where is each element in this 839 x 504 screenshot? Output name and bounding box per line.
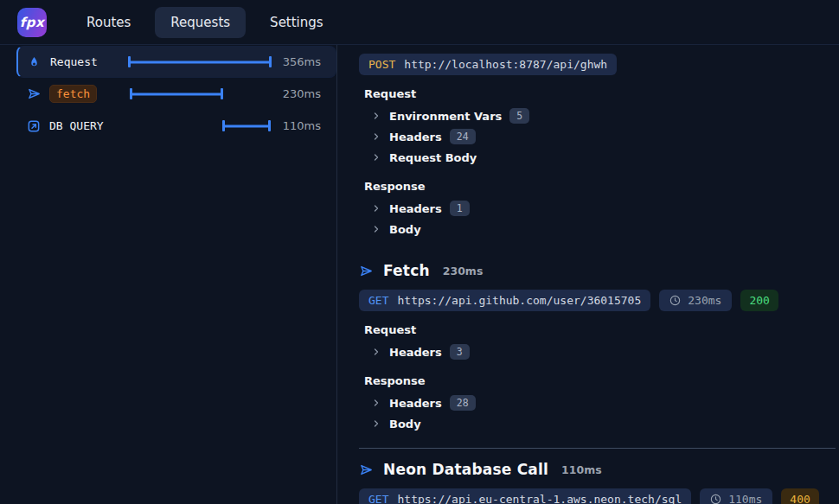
- collapse-item-body[interactable]: Body: [359, 413, 839, 434]
- collapse-item-label: Headers: [389, 397, 442, 410]
- timeline-row-duration: 230ms: [281, 87, 321, 100]
- nav-item-requests[interactable]: Requests: [155, 7, 246, 38]
- nav-item-settings[interactable]: Settings: [254, 7, 339, 38]
- timeline-track: [124, 88, 272, 100]
- chevron-right-icon: [371, 111, 381, 121]
- collapse-item-request-body[interactable]: Request Body: [359, 147, 839, 168]
- collapse-item-label: Headers: [389, 346, 442, 359]
- waterfall-bar: [131, 93, 223, 95]
- request-url: https://api.eu-central-1.aws.neon.tech/s…: [397, 493, 682, 504]
- send-icon: [359, 264, 374, 278]
- send-icon: [359, 463, 374, 477]
- timeline-row-duration: 110ms: [281, 119, 321, 132]
- request-section-title: Request: [364, 87, 839, 100]
- neon-span-header: Neon Database Call 110ms: [359, 461, 839, 478]
- response-section-title: Response: [364, 374, 839, 387]
- timeline-row-label: DB QUERY: [49, 119, 124, 132]
- count-badge: 3: [450, 344, 470, 360]
- count-badge: 24: [450, 129, 476, 144]
- span-duration: 230ms: [443, 265, 484, 278]
- section-divider: [359, 448, 836, 449]
- timeline-row-duration: 356ms: [281, 55, 321, 68]
- database-icon: [27, 118, 42, 133]
- count-badge: 1: [450, 201, 470, 216]
- chevron-right-icon: [371, 347, 381, 357]
- send-icon: [27, 86, 42, 101]
- timeline-row-label: Request: [50, 55, 125, 68]
- latency-value: 230ms: [688, 294, 721, 307]
- collapse-item-headers[interactable]: Headers 1: [359, 198, 839, 219]
- request-url: http://localhost:8787/api/ghwh: [404, 58, 607, 71]
- fetch-url-row: GET https://api.github.com/user/36015705…: [359, 290, 839, 311]
- timeline-panel: Request 356ms fetch 230ms: [0, 45, 337, 504]
- count-badge: 28: [450, 395, 476, 411]
- nav-item-routes[interactable]: Routes: [71, 7, 146, 38]
- waterfall-bar: [223, 124, 269, 127]
- chevron-right-icon: [371, 224, 381, 234]
- status-badge: 400: [781, 488, 818, 504]
- waterfall-bar: [129, 61, 271, 63]
- chevron-right-icon: [371, 398, 381, 408]
- fetch-code-badge: fetch: [49, 85, 97, 104]
- latency-pill: 110ms: [700, 488, 772, 504]
- latency-pill: 230ms: [659, 290, 732, 311]
- response-section-title: Response: [364, 180, 839, 193]
- fetch-url-pill: GET https://api.github.com/user/36015705: [359, 290, 650, 311]
- timeline-track: [124, 120, 272, 132]
- timeline-track: [125, 56, 272, 68]
- collapse-item-environment-vars[interactable]: Environment Vars 5: [359, 105, 839, 126]
- chevron-right-icon: [371, 418, 381, 429]
- collapse-item-label: Request Body: [389, 151, 477, 164]
- span-title: Neon Database Call: [383, 461, 548, 478]
- http-method: GET: [368, 294, 388, 307]
- collapse-item-label: Environment Vars: [389, 110, 502, 123]
- navbar: fpx Routes Requests Settings: [0, 0, 839, 45]
- status-badge: 200: [740, 290, 778, 311]
- root-request-url-pill: POST http://localhost:8787/api/ghwh: [359, 54, 617, 75]
- clock-icon: [669, 295, 681, 306]
- collapse-item-headers[interactable]: Headers 24: [359, 126, 839, 147]
- fpx-logo[interactable]: fpx: [17, 8, 47, 37]
- chevron-right-icon: [371, 152, 381, 163]
- collapse-item-label: Headers: [389, 131, 442, 144]
- collapse-item-headers[interactable]: Headers 3: [359, 341, 839, 362]
- chevron-right-icon: [371, 131, 381, 142]
- details-panel: POST http://localhost:8787/api/ghwh Requ…: [337, 45, 839, 504]
- collapse-item-label: Body: [389, 223, 421, 236]
- request-section-title: Request: [364, 323, 839, 336]
- root-request-url-row: POST http://localhost:8787/api/ghwh: [359, 54, 839, 75]
- main-content: Request 356ms fetch 230ms: [0, 45, 839, 504]
- request-url: https://api.github.com/user/36015705: [397, 294, 641, 307]
- timeline-row-db-query[interactable]: DB QUERY 110ms: [16, 110, 336, 142]
- collapse-item-body[interactable]: Body: [359, 219, 839, 239]
- http-method: GET: [368, 493, 388, 504]
- span-title: Fetch: [383, 262, 430, 279]
- collapse-item-label: Headers: [389, 202, 442, 215]
- neon-url-pill: GET https://api.eu-central-1.aws.neon.te…: [359, 488, 691, 504]
- collapse-item-headers[interactable]: Headers 28: [359, 392, 839, 413]
- http-method: POST: [368, 58, 395, 71]
- timeline-row-fetch[interactable]: fetch 230ms: [16, 78, 336, 110]
- collapse-item-label: Body: [389, 418, 421, 431]
- clock-icon: [710, 494, 721, 504]
- fetch-span-header: Fetch 230ms: [359, 262, 839, 279]
- latency-value: 110ms: [728, 493, 762, 504]
- neon-url-row: GET https://api.eu-central-1.aws.neon.te…: [359, 488, 839, 504]
- chevron-right-icon: [371, 203, 381, 214]
- timeline-row-request[interactable]: Request 356ms: [16, 46, 336, 78]
- timeline-row-label: fetch: [49, 85, 124, 104]
- span-duration: 110ms: [561, 463, 602, 476]
- count-badge: 5: [509, 108, 529, 124]
- droplet-icon: [28, 54, 42, 69]
